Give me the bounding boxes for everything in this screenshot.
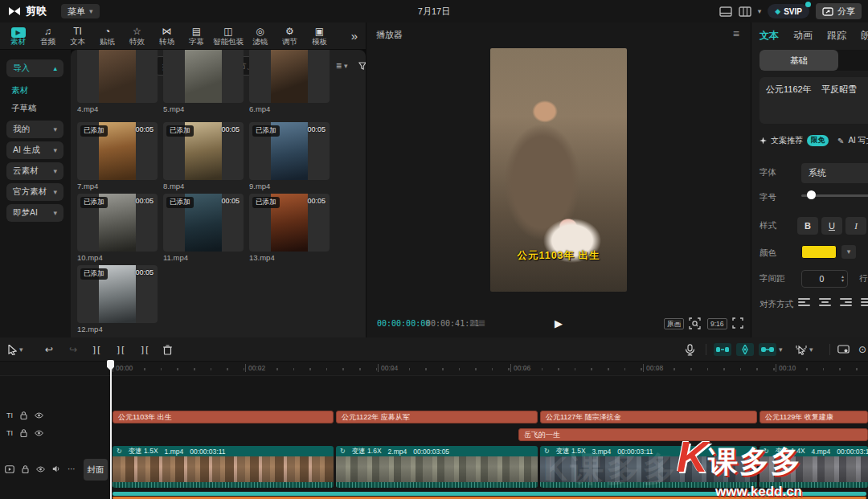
- stepper-arrows-icon[interactable]: ▴▾: [841, 275, 847, 283]
- tab-sticker[interactable]: ◔ 贴纸: [92, 25, 122, 47]
- align-justify-icon[interactable]: [861, 297, 868, 307]
- copy-suggestion-label[interactable]: 文案推荐: [771, 135, 803, 146]
- speaker-icon[interactable]: [52, 465, 60, 472]
- italic-button[interactable]: I: [845, 217, 866, 235]
- media-item[interactable]: 已添加00:05 7.mp4: [77, 122, 158, 190]
- media-item[interactable]: 已添加00:05 9.mp4: [249, 122, 330, 190]
- playhead-line[interactable]: [110, 360, 112, 499]
- video-preview[interactable]: 公元1103年 出生: [490, 48, 627, 292]
- cover-button[interactable]: 封面: [84, 459, 108, 481]
- eye-icon[interactable]: [35, 430, 43, 436]
- media-item[interactable]: 已添加00:05 12.mp4: [77, 265, 158, 333]
- align-center-icon[interactable]: [819, 297, 831, 307]
- subtab-bubble[interactable]: 气泡: [838, 50, 868, 71]
- tab-text-props[interactable]: 文本: [760, 29, 779, 43]
- tab-media[interactable]: ▶ 素材: [3, 25, 33, 47]
- svip-button[interactable]: ◆ SVIP: [768, 4, 809, 18]
- video-clip-4[interactable]: ↻ 变速 1.4X 4.mp4 00:00:03:11: [760, 446, 868, 488]
- tab-read-aloud[interactable]: 朗读: [861, 29, 868, 43]
- auto-cut-tool[interactable]: ▾: [796, 337, 813, 362]
- letter-spacing-stepper[interactable]: 0 ▴▾: [801, 270, 848, 288]
- share-button[interactable]: 分享: [816, 3, 862, 19]
- tab-filter[interactable]: ◎ 滤镜: [245, 25, 275, 47]
- media-item[interactable]: 6.mp4: [249, 50, 330, 113]
- text-content-input[interactable]: 公元1162年 平反昭雪: [760, 77, 868, 124]
- aspect-ratio-badge[interactable]: 9:16: [707, 318, 727, 329]
- video-clip-2[interactable]: ↻ 变速 1.6X 2.mp4 00:00:03:05: [336, 446, 538, 488]
- tab-audio[interactable]: ♫ 音频: [33, 25, 63, 47]
- media-item[interactable]: 5.mp4: [163, 50, 244, 113]
- align-left-icon[interactable]: [798, 297, 810, 307]
- layout-bottom-icon[interactable]: [719, 6, 732, 17]
- text-clip-4[interactable]: 公元1129年 收复建康: [760, 411, 868, 423]
- tab-adjust[interactable]: ⚙ 调节: [275, 25, 305, 47]
- align-right-icon[interactable]: [840, 297, 852, 307]
- eye-icon[interactable]: [35, 412, 43, 419]
- timeline-ruler[interactable]: 00:00 00:02 00:04 00:06 00:08 00:10: [0, 362, 868, 376]
- record-voiceover-icon[interactable]: [685, 337, 695, 362]
- sidebar-item-cloud[interactable]: 云素材 ▾: [6, 162, 63, 180]
- lock-icon[interactable]: [20, 429, 27, 437]
- play-button[interactable]: ▶: [555, 317, 563, 329]
- media-item[interactable]: 4.mp4: [77, 50, 158, 113]
- sort-icon[interactable]: ≡▾: [336, 56, 348, 76]
- screen-record-icon[interactable]: [837, 337, 850, 362]
- font-select[interactable]: 系统: [801, 163, 868, 183]
- media-item[interactable]: 已添加00:05 8.mp4: [163, 122, 244, 190]
- split-tool[interactable]: ][: [92, 337, 100, 362]
- tab-captions[interactable]: ▤ 字幕: [182, 25, 211, 47]
- text-clip-2[interactable]: 公元1122年 应募从军: [336, 411, 538, 423]
- audio-clip-strip[interactable]: [113, 492, 866, 496]
- fullscreen-icon[interactable]: [732, 317, 743, 329]
- lock-icon[interactable]: [20, 411, 27, 419]
- sidebar-item-subdraft[interactable]: 子草稿: [11, 103, 37, 114]
- tab-smart-pack[interactable]: ◫ 智能包装: [211, 25, 245, 47]
- player-menu-icon[interactable]: ≡: [733, 27, 739, 40]
- delete-right-tool[interactable]: ][: [140, 337, 149, 362]
- lock-icon[interactable]: [22, 465, 29, 473]
- sidebar-item-mine[interactable]: 我的 ▾: [6, 121, 63, 138]
- color-swatch[interactable]: [801, 245, 837, 259]
- tab-template[interactable]: ▣ 模板: [305, 25, 334, 47]
- snap-toggle[interactable]: [714, 337, 731, 362]
- text-clip-3[interactable]: 公元1127年 随宗泽抗金: [540, 411, 757, 423]
- media-item[interactable]: 已添加00:05 10.mp4: [77, 194, 158, 262]
- timeline-zoom-icon[interactable]: ⊙: [858, 337, 866, 362]
- ribbon-more-icon[interactable]: »: [351, 29, 362, 43]
- frame-preview-icon[interactable]: ▦▦: [469, 318, 486, 327]
- fit-zoom-icon[interactable]: [689, 317, 701, 329]
- tab-text[interactable]: TI 文本: [63, 25, 92, 47]
- more-dots-icon[interactable]: ⋯: [68, 464, 76, 473]
- sidebar-item-import[interactable]: 导入 ▴: [6, 59, 63, 77]
- media-item[interactable]: 已添加00:05 13.mp4: [249, 194, 330, 262]
- filter-funnel-icon[interactable]: ▾: [358, 56, 366, 76]
- bold-button[interactable]: B: [797, 217, 818, 235]
- font-size-slider[interactable]: [801, 190, 868, 200]
- text-clip-1[interactable]: 公元1103年 出生: [113, 411, 334, 423]
- tab-tracking[interactable]: 跟踪: [827, 29, 846, 43]
- eye-icon[interactable]: [36, 466, 45, 472]
- sidebar-item-material[interactable]: 素材: [11, 85, 28, 96]
- select-tool[interactable]: ▾: [8, 337, 23, 362]
- tab-animation[interactable]: 动画: [793, 29, 813, 43]
- menu-button[interactable]: 菜单 ▾: [61, 4, 100, 18]
- delete-button[interactable]: [162, 337, 173, 362]
- tab-effects[interactable]: ☆ 特效: [122, 25, 152, 47]
- ai-write-label[interactable]: AI 写文案: [848, 135, 868, 146]
- video-clip-1[interactable]: ↻ 变速 1.5X 1.mp4 00:00:03:11: [113, 446, 334, 488]
- title-clip[interactable]: 岳飞的一生: [518, 428, 868, 441]
- slider-handle[interactable]: [807, 190, 816, 199]
- tab-transition[interactable]: ⋈ 转场: [152, 25, 182, 47]
- color-picker-chevron[interactable]: ▾: [841, 245, 856, 259]
- sidebar-item-official[interactable]: 官方素材 ▾: [6, 183, 63, 201]
- delete-left-tool[interactable]: ][: [116, 337, 125, 362]
- link-toggle[interactable]: ▾: [759, 337, 783, 362]
- sidebar-item-ai-generate[interactable]: AI 生成 ▾: [6, 141, 63, 159]
- preview-axis-toggle[interactable]: [736, 337, 754, 362]
- video-clip-3[interactable]: ↻ 变速 1.5X 3.mp4 00:00:03:11: [540, 446, 757, 488]
- layout-chevron-icon[interactable]: ▾: [758, 8, 762, 15]
- layout-columns-icon[interactable]: [739, 6, 751, 17]
- underline-button[interactable]: U: [821, 217, 842, 235]
- undo-button[interactable]: ↩: [45, 337, 53, 362]
- media-item[interactable]: 已添加00:05 11.mp4: [163, 194, 244, 262]
